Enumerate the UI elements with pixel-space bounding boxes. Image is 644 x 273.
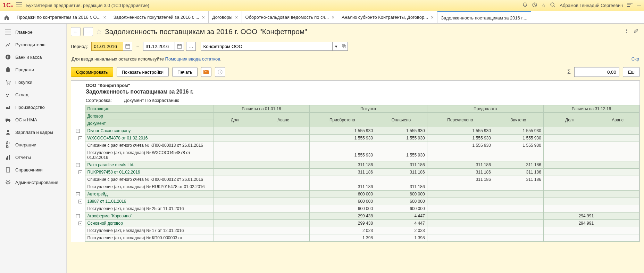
more-button[interactable]: Еш bbox=[623, 67, 640, 77]
collapse-icon[interactable]: − bbox=[78, 200, 82, 203]
tab-close-icon[interactable]: × bbox=[235, 15, 238, 20]
tab-close-icon[interactable]: × bbox=[431, 15, 434, 20]
th-advance-start: Аванс bbox=[257, 113, 309, 127]
collapse-icon[interactable]: − bbox=[76, 129, 80, 133]
th-calc-end: Расчеты на 31.12.16 bbox=[543, 105, 639, 113]
clock-button[interactable] bbox=[215, 67, 225, 77]
back-button[interactable]: ← bbox=[71, 27, 81, 36]
forward-button[interactable]: → bbox=[83, 27, 93, 36]
bell-icon[interactable] bbox=[522, 2, 528, 9]
table-row[interactable]: −18987 от 11.01.2016600 000600 000 bbox=[71, 198, 639, 205]
table-row[interactable]: −WXCOCO454878 от 01.02.20161 555 9301 55… bbox=[71, 135, 639, 142]
th-transferred: Перечислено bbox=[427, 113, 493, 127]
table-row[interactable]: Поступление (акт, накладная) № RUKP01547… bbox=[71, 183, 639, 191]
nav-person[interactable]: Зарплата и кадры bbox=[0, 126, 66, 138]
collapse-icon[interactable]: − bbox=[78, 222, 82, 225]
menu-icon bbox=[5, 29, 11, 35]
svg-rect-14 bbox=[9, 155, 10, 160]
more-icon[interactable]: ⋮ bbox=[624, 28, 629, 33]
tab-3[interactable]: Оборотно-сальдовая ведомость по сч...× bbox=[242, 11, 338, 23]
table-row[interactable]: Поступление (акт, накладная) № 25 от 11.… bbox=[71, 205, 639, 212]
table-row[interactable]: −Автотрейд600 000600 000 bbox=[71, 191, 639, 198]
show-settings-button[interactable]: Показать настройки bbox=[117, 67, 169, 77]
calendar-from-button[interactable] bbox=[123, 42, 132, 51]
gear-icon bbox=[5, 179, 11, 185]
menu-icon[interactable] bbox=[16, 2, 22, 8]
settings-lines-icon[interactable] bbox=[627, 2, 633, 8]
minimize-icon[interactable]: — bbox=[637, 3, 641, 8]
tab-4[interactable]: Анализ субконто Контрагенты, Договор...× bbox=[338, 11, 437, 23]
date-from-group bbox=[91, 42, 132, 51]
nav-bag[interactable]: Продажи bbox=[0, 63, 66, 76]
hide-link[interactable]: Скр bbox=[632, 56, 639, 62]
home-tab[interactable] bbox=[0, 11, 13, 23]
svg-point-15 bbox=[7, 181, 9, 183]
collapse-icon[interactable]: − bbox=[76, 163, 80, 167]
tab-0[interactable]: Продажи по контрагентам за 2016 г. О...× bbox=[13, 11, 110, 23]
date-to-input[interactable] bbox=[143, 42, 175, 51]
collapse-icon[interactable]: − bbox=[76, 214, 80, 218]
nav-label: Покупки bbox=[15, 80, 32, 85]
table-row[interactable]: −Divuar Cacao company1 555 9301 555 9301… bbox=[71, 127, 639, 135]
collapse-icon[interactable]: − bbox=[76, 192, 80, 196]
username[interactable]: Абрамов Геннадий Сергеевич bbox=[560, 3, 623, 8]
sigma-icon: Σ bbox=[567, 69, 571, 75]
org-open-button[interactable] bbox=[340, 42, 348, 51]
nav-ruble[interactable]: ₽Банк и касса bbox=[0, 51, 66, 63]
app-logo: 1C≡ bbox=[3, 2, 13, 9]
table-row[interactable]: Списание с расчетного счета № КП00-00001… bbox=[71, 176, 639, 183]
table-row[interactable]: Поступление (акт, накладная) № 17 от 12.… bbox=[71, 227, 639, 234]
svg-text:₽: ₽ bbox=[7, 55, 9, 59]
sum-input[interactable] bbox=[574, 67, 619, 77]
app-title: Бухгалтерия предприятия, редакция 3.0 (1… bbox=[26, 3, 522, 8]
search-icon[interactable] bbox=[550, 2, 555, 9]
period-row: Период: – ... ▾ bbox=[67, 40, 644, 53]
history-icon[interactable] bbox=[532, 2, 537, 9]
svg-point-9 bbox=[6, 121, 7, 122]
th-document: Документ bbox=[85, 120, 214, 127]
form-button[interactable]: Сформировать bbox=[71, 67, 113, 77]
org-dropdown-button[interactable]: ▾ bbox=[333, 42, 340, 51]
collapse-icon[interactable]: − bbox=[78, 170, 82, 174]
nav-truck[interactable]: ОС и НМА bbox=[0, 113, 66, 126]
helper-link[interactable]: Помощник ввода остатков bbox=[165, 56, 220, 62]
nav-menu[interactable]: Главное bbox=[0, 26, 66, 38]
tab-close-icon[interactable]: × bbox=[332, 15, 334, 20]
tab-1[interactable]: Задолженность покупателей за 2016 г. ...… bbox=[110, 11, 209, 23]
date-from-input[interactable] bbox=[91, 42, 123, 51]
email-button[interactable] bbox=[201, 67, 211, 77]
tab-close-icon[interactable]: × bbox=[103, 15, 106, 20]
nav-book[interactable]: Справочники bbox=[0, 163, 66, 176]
nav-gear[interactable]: Администрирование bbox=[0, 176, 66, 188]
info-row: Для ввода начальных остатков используйте… bbox=[67, 53, 644, 65]
favorite-star-icon[interactable]: ☆ bbox=[96, 27, 102, 36]
table-row[interactable]: Поступление (акт, накладная) № КП00-0000… bbox=[71, 234, 639, 242]
tab-5[interactable]: Задолженность поставщикам за 2016 г.... bbox=[437, 11, 531, 23]
table-row[interactable]: −Основной договор299 4384 447294 991 bbox=[71, 220, 639, 227]
nav-factory[interactable]: Производство bbox=[0, 101, 66, 113]
table-row[interactable]: Списание с расчетного счета № КП00-00001… bbox=[71, 142, 639, 149]
nav-chart[interactable]: Руководителю bbox=[0, 38, 66, 51]
nav-warehouse[interactable]: Склад bbox=[0, 88, 66, 101]
nav-bars[interactable]: Отчеты bbox=[0, 151, 66, 163]
table-row[interactable]: −RUKP897458 от 01.02.2016311 186311 1863… bbox=[71, 169, 639, 176]
tab-2[interactable]: Договоры× bbox=[209, 11, 242, 23]
period-picker-button[interactable]: ... bbox=[186, 42, 196, 51]
tab-close-icon[interactable]: × bbox=[202, 15, 205, 20]
star-icon[interactable]: ☆ bbox=[542, 3, 546, 8]
link-icon[interactable] bbox=[633, 28, 639, 35]
dash: – bbox=[136, 44, 139, 49]
chart-icon bbox=[5, 41, 11, 48]
nav-dtct[interactable]: ДтКтОперации bbox=[0, 138, 66, 151]
print-button[interactable]: Печать bbox=[172, 67, 198, 77]
org-input[interactable] bbox=[201, 42, 333, 51]
calendar-to-button[interactable] bbox=[175, 42, 184, 51]
table-row[interactable]: Поступление (акт, накладная) № WXCOCO454… bbox=[71, 149, 639, 161]
table-row[interactable]: −Palm paradise meals Ltd.311 186311 1863… bbox=[71, 161, 639, 169]
table-row[interactable]: −Агроферма "Коровино"299 4384 447294 991 bbox=[71, 212, 639, 220]
info-text: Для ввода начальных остатков используйте bbox=[72, 56, 165, 62]
collapse-icon[interactable]: − bbox=[78, 136, 82, 140]
nav-cart[interactable]: Покупки bbox=[0, 76, 66, 88]
content-area: ← → ☆ Задолженность поставщикам за 2016 … bbox=[67, 24, 644, 273]
nav-label: Администрирование bbox=[15, 180, 58, 185]
